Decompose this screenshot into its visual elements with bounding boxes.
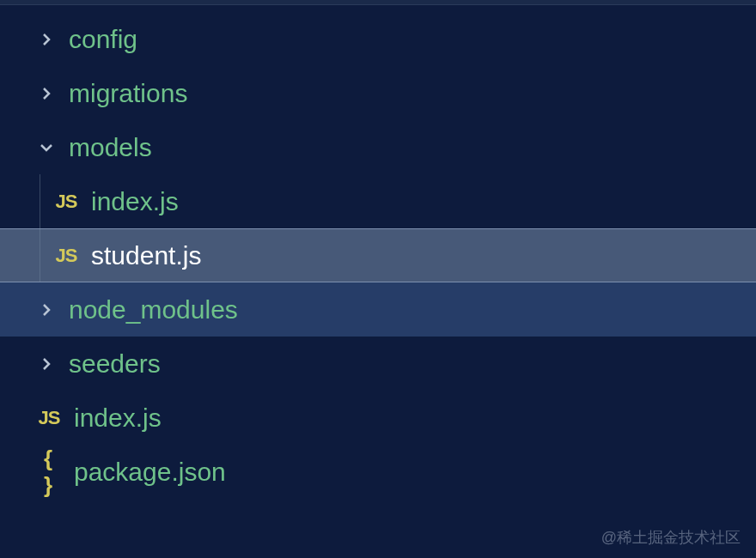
folder-label: config bbox=[69, 25, 137, 54]
folder-config[interactable]: config bbox=[0, 12, 756, 66]
watermark: @稀土掘金技术社区 bbox=[601, 527, 741, 548]
chevron-right-icon bbox=[36, 29, 57, 50]
file-index-js[interactable]: JS index.js bbox=[0, 174, 756, 228]
file-label: student.js bbox=[91, 241, 201, 270]
chevron-right-icon bbox=[36, 83, 57, 104]
js-icon: JS bbox=[36, 407, 62, 429]
js-icon: JS bbox=[53, 245, 79, 267]
file-label: package.json bbox=[74, 458, 226, 487]
chevron-down-icon bbox=[36, 137, 57, 158]
file-root-index-js[interactable]: JS index.js bbox=[0, 391, 756, 445]
folder-label: seeders bbox=[69, 349, 161, 379]
chevron-right-icon bbox=[36, 300, 57, 320]
file-label: index.js bbox=[74, 403, 162, 433]
chevron-right-icon bbox=[36, 354, 57, 374]
folder-seeders[interactable]: seeders bbox=[0, 337, 756, 391]
file-tree: config migrations models JS index.js JS … bbox=[0, 5, 756, 499]
folder-node-modules[interactable]: node_modules bbox=[0, 282, 756, 337]
indent-guide bbox=[40, 174, 40, 228]
js-icon: JS bbox=[53, 191, 79, 213]
folder-label: node_modules bbox=[69, 295, 238, 324]
indent-guide bbox=[40, 229, 40, 282]
file-student-js[interactable]: JS student.js bbox=[0, 228, 756, 282]
folder-label: migrations bbox=[69, 79, 187, 108]
json-icon: { } bbox=[36, 446, 62, 499]
folder-label: models bbox=[69, 133, 152, 162]
folder-models[interactable]: models bbox=[0, 120, 756, 174]
file-label: index.js bbox=[91, 187, 179, 216]
folder-migrations[interactable]: migrations bbox=[0, 66, 756, 120]
file-package-json[interactable]: { } package.json bbox=[0, 445, 756, 499]
